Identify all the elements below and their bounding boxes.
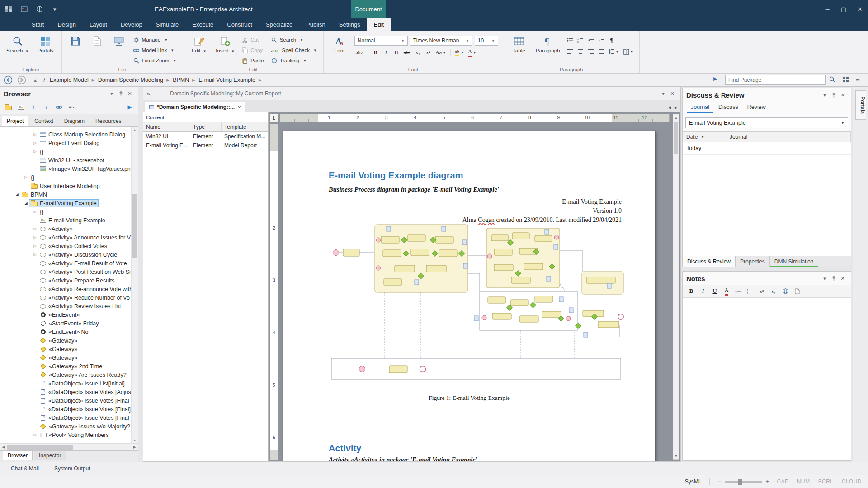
font-button[interactable]: Aa Font — [328, 33, 351, 65]
vertical-ruler[interactable]: 123456 — [270, 124, 278, 460]
tree-item[interactable]: ▷Class Markup Selection Dialog — [0, 130, 131, 139]
journal-row[interactable]: Today — [683, 142, 851, 155]
dock-tab-system-output[interactable]: System Output — [49, 464, 95, 474]
quick-access-icon-1[interactable] — [20, 5, 28, 13]
table-button[interactable]: Table — [508, 33, 530, 65]
tab-scroll-left-icon[interactable]: ◀ — [668, 105, 671, 110]
tree-item[interactable]: «Activity» Reduce Number of Vo — [0, 293, 131, 302]
options-menu-icon[interactable]: ≡▾ — [67, 103, 76, 112]
quick-access-menu-icon[interactable]: ▾ — [51, 5, 59, 13]
file-button[interactable] — [88, 33, 106, 65]
breadcrumb-item-domain-specific-modeling[interactable]: Domain Specific Modeling — [96, 76, 165, 84]
tree-item[interactable]: «Activity» Prepare Results — [0, 276, 131, 285]
align-left-button[interactable] — [566, 47, 575, 56]
forward-button[interactable] — [16, 75, 27, 85]
underline-button[interactable]: U — [392, 48, 401, 57]
document-vertical-scrollbar[interactable]: ▲ ▼ — [673, 114, 679, 460]
move-up-icon[interactable]: ↑ — [29, 103, 38, 112]
scroll-down-icon[interactable]: ▼ — [132, 437, 138, 443]
tree-item[interactable]: «Activity» Re-announce Vote with — [0, 285, 131, 293]
tab-review[interactable]: Review — [744, 103, 769, 113]
search-button[interactable]: Search ▼ — [5, 33, 31, 65]
tree-item[interactable]: ◢E-mail Voting Example — [0, 199, 131, 207]
tree-item[interactable]: ▷{} — [0, 147, 131, 156]
pin-icon[interactable] — [829, 90, 838, 99]
zoom-out-icon[interactable]: − — [718, 479, 721, 485]
column-header-template[interactable]: Template — [222, 122, 268, 131]
ribbon-tab-execute[interactable]: Execute — [185, 18, 220, 31]
zoom-track[interactable] — [725, 481, 762, 483]
tree-item[interactable]: «Image» Win32UI_TagValues.pn — [0, 164, 131, 173]
tree-item[interactable]: «Activity» E-mail Result of Vote — [0, 259, 131, 267]
up-level-icon[interactable]: ▲ — [30, 75, 41, 85]
close-icon[interactable]: ✕ — [838, 90, 847, 99]
subscript-button[interactable]: x₂ — [769, 286, 778, 296]
close-icon[interactable]: ✕ — [125, 89, 134, 98]
find-package-input[interactable] — [725, 75, 826, 85]
scroll-down-icon[interactable]: ▼ — [673, 453, 679, 459]
new-diagram-icon[interactable] — [16, 103, 25, 112]
italic-button[interactable]: I — [698, 286, 708, 296]
expand-arrow-icon[interactable]: ▷ — [32, 150, 38, 154]
ribbon-tab-settings[interactable]: Settings — [332, 18, 367, 31]
borders-button[interactable]: ▼ — [622, 47, 635, 56]
expand-arrow-icon[interactable]: ▷ — [23, 175, 29, 179]
tree-item[interactable]: ▷{} — [0, 173, 131, 182]
ribbon-tab-specialize[interactable]: Specialize — [259, 18, 299, 31]
tree-item[interactable]: User Interface Modeling — [0, 182, 131, 190]
scroll-thumb[interactable] — [132, 194, 137, 258]
highlight-color-button[interactable]: ab▼ — [453, 48, 465, 57]
zoom-in-icon[interactable]: + — [765, 479, 769, 485]
scroll-right-icon[interactable]: ▶ — [131, 444, 138, 450]
content-table-row[interactable]: Win32 UIElementSpecification M... — [143, 132, 268, 141]
ribbon-tab-layout[interactable]: Layout — [83, 18, 114, 31]
scroll-thumb[interactable] — [674, 122, 678, 154]
model-link-button[interactable]: Model Link▼ — [132, 46, 179, 55]
ribbon-tab-construct[interactable]: Construct — [220, 18, 259, 31]
align-center-button[interactable] — [576, 47, 585, 56]
tree-item[interactable]: «DataObject» Issue Votes [Final — [0, 396, 131, 405]
tree-vertical-scrollbar[interactable]: ▲ ▼ — [131, 127, 138, 443]
align-justify-button[interactable] — [597, 47, 606, 56]
tab-resources[interactable]: Resources — [90, 116, 126, 126]
zoom-thumb[interactable] — [738, 479, 742, 485]
tab-context[interactable]: Context — [29, 116, 58, 126]
ribbon-tab-simulate[interactable]: Simulate — [149, 18, 186, 31]
date-column-header[interactable]: Date▼ — [683, 132, 726, 142]
tree-item[interactable]: «Gateway» Are Issues Ready? — [0, 371, 131, 379]
tab-diagram[interactable]: Diagram — [59, 116, 90, 126]
tree-item[interactable]: ▷«Activity» Announce Issues for V — [0, 233, 131, 242]
zoom-slider[interactable]: − + — [718, 479, 769, 485]
portals-tab[interactable]: Portals — [855, 90, 866, 120]
app-icon[interactable] — [5, 5, 13, 13]
tree-item[interactable]: ▷Project Event Dialog — [0, 139, 131, 147]
fixed-zoom-button[interactable]: Fixed Zoom▼ — [132, 56, 179, 65]
tree-item[interactable]: ▷«Activity» Discussion Cycle — [0, 250, 131, 259]
portals-button[interactable]: Portals — [34, 33, 57, 65]
tree-item[interactable]: «StartEvent» Friday — [0, 319, 131, 328]
align-right-button[interactable] — [586, 47, 595, 56]
tree-item[interactable]: «DataObject» Issue Votes [Final] — [0, 405, 131, 413]
tree-item[interactable]: «Gateway» — [0, 345, 131, 353]
grid-view-icon[interactable] — [843, 76, 849, 83]
expand-arrow-icon[interactable]: ▷ — [32, 253, 38, 257]
dock-tab-properties[interactable]: Properties — [736, 256, 770, 267]
superscript-button[interactable]: x² — [757, 286, 767, 296]
superscript-button[interactable]: x² — [424, 48, 433, 57]
pin-icon[interactable] — [116, 89, 125, 98]
pin-icon[interactable] — [829, 274, 838, 283]
scroll-up-icon[interactable]: ▲ — [132, 127, 138, 133]
ribbon-tab-design[interactable]: Design — [51, 18, 82, 31]
numbered-list-button[interactable]: 12 — [576, 36, 585, 45]
dock-tab-discuss-review[interactable]: Discuss & Review — [683, 256, 736, 267]
scroll-left-icon[interactable]: ◀ — [0, 444, 7, 450]
maximize-button[interactable]: ▢ — [835, 0, 852, 18]
content-table-row[interactable]: E-mail Voting E...ElementModel Report — [143, 141, 268, 150]
expand-panel-icon[interactable]: ▶ — [125, 103, 134, 112]
close-tab-icon[interactable]: ✕ — [237, 105, 241, 110]
document-tab[interactable]: *Domain Specific Modeling::... ✕ — [145, 102, 245, 112]
tree-item[interactable]: «Activity» Post Result on Web Si — [0, 267, 131, 276]
close-icon[interactable]: ✕ — [668, 89, 677, 98]
panel-menu-icon[interactable]: ▾ — [659, 89, 668, 98]
manage-button[interactable]: Manage▼ — [132, 35, 179, 44]
